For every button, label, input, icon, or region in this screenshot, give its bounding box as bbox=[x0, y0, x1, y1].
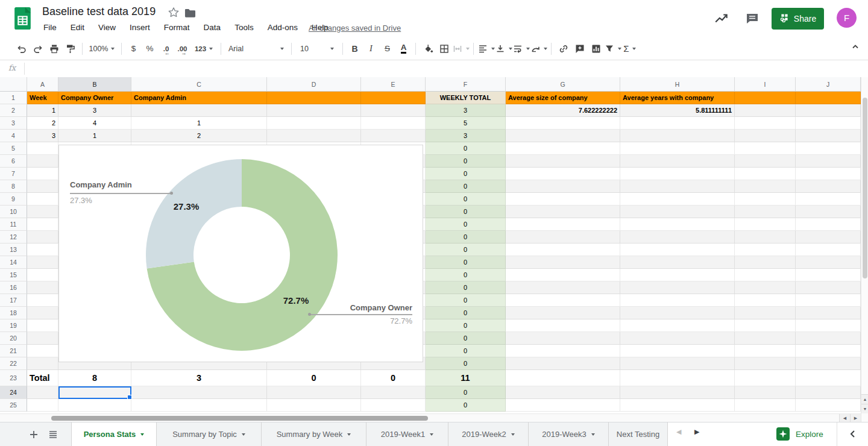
cell-J4[interactable] bbox=[796, 130, 861, 142]
cell-B2[interactable]: 3 bbox=[58, 104, 131, 117]
cell-H16[interactable] bbox=[620, 281, 735, 294]
cell-I5[interactable] bbox=[735, 142, 796, 155]
insert-comment-button[interactable] bbox=[571, 41, 588, 57]
cell-J22[interactable] bbox=[796, 357, 861, 370]
row-header-18[interactable]: 18 bbox=[0, 307, 27, 319]
cell-H24[interactable] bbox=[620, 386, 735, 399]
tab-scroll-left-icon[interactable]: ◀ bbox=[676, 428, 681, 436]
cell-J13[interactable] bbox=[796, 243, 861, 256]
cell-G18[interactable] bbox=[506, 307, 620, 319]
scroll-left-button[interactable]: ◀ bbox=[839, 414, 850, 422]
cell-H23[interactable] bbox=[620, 370, 735, 386]
row-header-6[interactable]: 6 bbox=[0, 155, 27, 168]
cell-I15[interactable] bbox=[735, 269, 796, 281]
explore-button[interactable]: Explore bbox=[776, 427, 823, 441]
cell-J17[interactable] bbox=[796, 294, 861, 307]
cell-A10[interactable] bbox=[27, 206, 58, 218]
cell-H25[interactable] bbox=[620, 399, 735, 412]
bold-button[interactable]: B bbox=[347, 41, 363, 57]
cell-I9[interactable] bbox=[735, 193, 796, 206]
cell-F16[interactable]: 0 bbox=[426, 281, 506, 294]
col-header-D[interactable]: D bbox=[267, 77, 361, 92]
cell-G3[interactable] bbox=[506, 117, 620, 130]
col-header-C[interactable]: C bbox=[131, 77, 267, 92]
cell-H7[interactable] bbox=[620, 168, 735, 180]
italic-button[interactable]: I bbox=[363, 41, 379, 57]
increase-decimal-button[interactable]: .00→ bbox=[174, 41, 190, 57]
cell-A7[interactable] bbox=[27, 168, 58, 180]
cell-I12[interactable] bbox=[735, 231, 796, 243]
menu-edit[interactable]: Edit bbox=[71, 23, 84, 32]
row-header-9[interactable]: 9 bbox=[0, 193, 27, 206]
all-sheets-button[interactable] bbox=[48, 429, 58, 442]
text-rotation-button[interactable] bbox=[530, 41, 547, 57]
collapse-toolbar-button[interactable] bbox=[850, 41, 861, 54]
fill-handle[interactable] bbox=[127, 395, 132, 400]
cell-H10[interactable] bbox=[620, 206, 735, 218]
cell-A5[interactable] bbox=[27, 142, 58, 155]
sheet-tab-2019-week2[interactable]: 2019-Week2 bbox=[448, 422, 529, 446]
cell-B3[interactable]: 4 bbox=[58, 117, 131, 130]
add-sheet-button[interactable] bbox=[28, 429, 39, 442]
cell-F23[interactable]: 11 bbox=[426, 370, 506, 386]
cell-G11[interactable] bbox=[506, 218, 620, 231]
menu-insert[interactable]: Insert bbox=[130, 23, 150, 32]
cell-H20[interactable] bbox=[620, 332, 735, 345]
cell-E1[interactable] bbox=[361, 92, 426, 104]
cell-A6[interactable] bbox=[27, 155, 58, 168]
cell-H5[interactable] bbox=[620, 142, 735, 155]
cell-C4[interactable]: 2 bbox=[131, 130, 267, 142]
cell-E3[interactable] bbox=[361, 117, 426, 130]
row-header-13[interactable]: 13 bbox=[0, 243, 27, 256]
cell-J1[interactable] bbox=[796, 92, 861, 104]
cell-F5[interactable]: 0 bbox=[426, 142, 506, 155]
row-header-10[interactable]: 10 bbox=[0, 206, 27, 218]
spreadsheet-grid[interactable]: ABCDEFGHIJ 1WeekCompany OwnerCompany Adm… bbox=[0, 77, 868, 422]
menu-format[interactable]: Format bbox=[164, 23, 190, 32]
cell-A18[interactable] bbox=[27, 307, 58, 319]
more-formats-button[interactable]: 123 bbox=[190, 41, 217, 57]
cell-C1[interactable]: Company Admin bbox=[131, 92, 267, 104]
select-all-corner[interactable] bbox=[0, 77, 27, 92]
cell-J18[interactable] bbox=[796, 307, 861, 319]
star-icon[interactable] bbox=[168, 7, 180, 21]
cell-I24[interactable] bbox=[735, 386, 796, 399]
col-header-B[interactable]: B bbox=[58, 77, 131, 92]
cell-A4[interactable]: 3 bbox=[27, 130, 58, 142]
cell-F3[interactable]: 5 bbox=[426, 117, 506, 130]
cell-F1[interactable]: WEEKLY TOTAL bbox=[426, 92, 506, 104]
undo-button[interactable] bbox=[13, 41, 30, 57]
cell-G1[interactable]: Average size of company bbox=[506, 92, 620, 104]
cell-D2[interactable] bbox=[267, 104, 361, 117]
cell-D3[interactable] bbox=[267, 117, 361, 130]
row-header-8[interactable]: 8 bbox=[0, 180, 27, 193]
cell-A24[interactable] bbox=[27, 386, 58, 399]
scroll-right-button[interactable]: ▶ bbox=[850, 414, 861, 422]
cell-G20[interactable] bbox=[506, 332, 620, 345]
cell-C24[interactable] bbox=[131, 386, 267, 399]
cell-J7[interactable] bbox=[796, 168, 861, 180]
cell-I8[interactable] bbox=[735, 180, 796, 193]
share-button[interactable]: Share bbox=[772, 8, 824, 30]
cell-H2[interactable]: 5.811111111 bbox=[620, 104, 735, 117]
insert-chart-button[interactable] bbox=[588, 41, 604, 57]
cell-H6[interactable] bbox=[620, 155, 735, 168]
cell-H18[interactable] bbox=[620, 307, 735, 319]
cell-A2[interactable]: 1 bbox=[27, 104, 58, 117]
cell-E25[interactable] bbox=[361, 399, 426, 412]
print-button[interactable] bbox=[46, 41, 62, 57]
cell-G13[interactable] bbox=[506, 243, 620, 256]
cell-B4[interactable]: 1 bbox=[58, 130, 131, 142]
cell-F7[interactable]: 0 bbox=[426, 168, 506, 180]
cell-G21[interactable] bbox=[506, 345, 620, 357]
cell-I10[interactable] bbox=[735, 206, 796, 218]
row-header-15[interactable]: 15 bbox=[0, 269, 27, 281]
cell-C3[interactable]: 1 bbox=[131, 117, 267, 130]
cell-G15[interactable] bbox=[506, 269, 620, 281]
cell-E2[interactable] bbox=[361, 104, 426, 117]
scroll-down-button[interactable]: ▼ bbox=[861, 404, 868, 413]
sheet-tab-persona-stats[interactable]: Persona Stats bbox=[71, 422, 157, 446]
insert-link-button[interactable] bbox=[555, 41, 571, 57]
cell-G17[interactable] bbox=[506, 294, 620, 307]
cell-I18[interactable] bbox=[735, 307, 796, 319]
